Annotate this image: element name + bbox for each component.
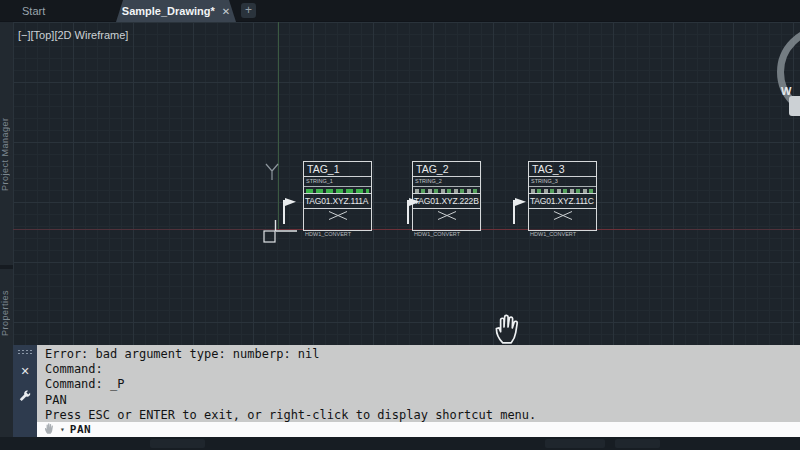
- tag-footer-label: HDW1_CONVERT: [530, 231, 576, 237]
- tag-footer-label: HDW1_CONVERT: [414, 231, 460, 237]
- close-palette-icon[interactable]: ✕: [20, 365, 29, 377]
- tag-block-1[interactable]: TAG_1 STRING_1 TAG01.XYZ.111A HDW1_CONVE…: [303, 161, 372, 231]
- customize-wrench-icon[interactable]: [18, 389, 32, 407]
- cad-application-window: Start Sample_Drawing* ✕ + Project Manage…: [0, 0, 800, 450]
- new-tab-button[interactable]: +: [241, 3, 256, 18]
- viewcube-west-label[interactable]: W: [781, 85, 791, 97]
- command-line: PAN: [45, 393, 800, 408]
- sidebar-item-properties[interactable]: Properties: [0, 260, 13, 365]
- status-bar: [0, 437, 800, 450]
- tab-sample-drawing[interactable]: Sample_Drawing* ✕: [116, 0, 236, 22]
- drawing-canvas[interactable]: [−][Top][2D Wireframe] W TAG_1 STRING_1 …: [13, 22, 800, 345]
- command-input-row[interactable]: ▾ PAN: [37, 422, 800, 437]
- file-tab-bar: Start Sample_Drawing* ✕ +: [0, 0, 800, 22]
- tag-value: TAG01.XYZ.111A: [304, 194, 371, 209]
- command-line-prompt: Press ESC or ENTER to exit, or right-cli…: [45, 408, 800, 423]
- tag-value: TAG01.XYZ.111C: [529, 194, 596, 209]
- command-line: Command:: [45, 362, 800, 377]
- tag-string-label: STRING_1: [304, 177, 371, 186]
- tag-value: TAG01.XYZ.222B: [413, 194, 480, 209]
- attribute-glyph-row: [529, 186, 596, 194]
- command-line: Command: _P: [45, 377, 800, 392]
- tag-title: TAG_2: [413, 162, 480, 177]
- wire-cross-mark: [304, 209, 371, 221]
- flag-marker-icon: [510, 198, 526, 224]
- palette-grip-handle[interactable]: [17, 349, 33, 355]
- tag-title: TAG_1: [304, 162, 371, 177]
- command-history[interactable]: Error: bad argument type: numberp: nil C…: [37, 345, 800, 422]
- pan-hand-cursor-icon: [492, 312, 522, 345]
- wire-cross-mark: [413, 209, 480, 221]
- attribute-glyph-row: [304, 186, 371, 194]
- tag-block-3[interactable]: TAG_3 STRING_3 TAG01.XYZ.111C HDW1_CONVE…: [528, 161, 597, 231]
- palette-sidebar: Project Manager Properties: [0, 22, 13, 437]
- command-palette-strip: ✕: [13, 345, 37, 437]
- attribute-glyph-row: [413, 186, 480, 194]
- wye-branch-icon: [264, 163, 280, 185]
- tag-footer-label: HDW1_CONVERT: [305, 231, 351, 237]
- command-line-error: Error: bad argument type: numberp: nil: [45, 347, 800, 362]
- ucs-origin-icon: [263, 220, 299, 248]
- tag-title: TAG_3: [529, 162, 596, 177]
- status-segment: [545, 439, 605, 448]
- tab-label: Sample_Drawing*: [122, 5, 215, 17]
- status-segment: [615, 439, 660, 448]
- chevron-down-icon[interactable]: ▾: [60, 425, 65, 434]
- tag-block-2[interactable]: TAG_2 STRING_2 TAG01.XYZ.222B HDW1_CONVE…: [412, 161, 481, 231]
- wire-cross-mark: [529, 209, 596, 221]
- flag-marker-icon: [404, 198, 420, 224]
- active-command-label: PAN: [70, 423, 91, 436]
- status-segment: [150, 439, 205, 448]
- close-tab-icon[interactable]: ✕: [222, 6, 230, 17]
- sidebar-item-project-manager[interactable]: Project Manager: [0, 47, 13, 262]
- tag-string-label: STRING_3: [529, 177, 596, 186]
- grid-axis-y-green: [278, 22, 279, 229]
- tag-string-label: STRING_2: [413, 177, 480, 186]
- viewport-controls[interactable]: [−][Top][2D Wireframe]: [18, 29, 128, 41]
- tab-start[interactable]: Start: [12, 0, 55, 22]
- navigation-bar-button[interactable]: [789, 96, 800, 116]
